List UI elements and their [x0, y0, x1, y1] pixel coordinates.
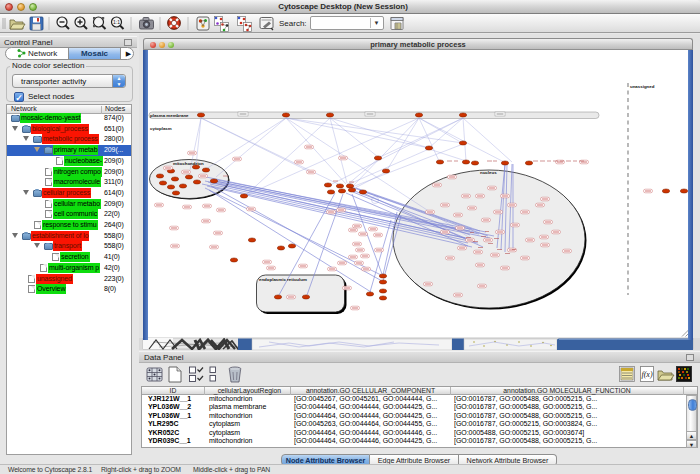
svg-text:nucleus: nucleus — [480, 170, 497, 175]
svg-text:1:1: 1:1 — [113, 19, 120, 25]
svg-text:mitochondrion: mitochondrion — [173, 161, 204, 166]
svg-text:f(x): f(x) — [641, 370, 652, 379]
svg-text:unassigned: unassigned — [630, 84, 655, 89]
svg-text:plasma membrane: plasma membrane — [150, 113, 189, 118]
svg-text:cytoplasm: cytoplasm — [150, 126, 172, 131]
svg-text:endoplasmic reticulum: endoplasmic reticulum — [259, 277, 307, 282]
